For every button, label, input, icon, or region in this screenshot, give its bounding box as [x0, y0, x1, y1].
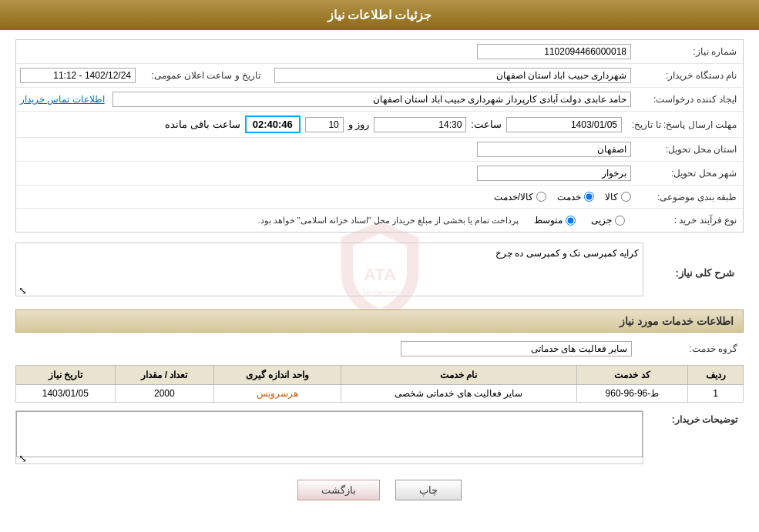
buyer-org-value-cell: تاریخ و ساعت اعلان عمومی:: [16, 66, 635, 85]
deadline-date-input[interactable]: [506, 117, 622, 132]
countdown-label: ساعت باقی مانده: [165, 119, 240, 130]
deadline-row: مهلت ارسال پاسخ: تا تاریخ: ساعت: روز و 0…: [16, 112, 743, 138]
services-section-title: اطلاعات خدمات مورد نیاز: [15, 309, 744, 333]
deadline-time-label: ساعت:: [471, 119, 502, 130]
category-kala-radio[interactable]: [621, 192, 631, 202]
requester-row: ایجاد کننده درخواست: اطلاعات تماس خریدار: [16, 88, 743, 112]
print-button[interactable]: چاپ: [395, 480, 462, 500]
service-group-input[interactable]: [401, 341, 632, 356]
main-content: شماره نیاز: نام دستگاه خریدار: تاریخ و س…: [15, 39, 744, 507]
col-service-code: کد خدمت: [576, 366, 688, 385]
content-area: ATA Tender.net شماره نیاز: نام دستگاه خر…: [0, 30, 759, 516]
resize-icon[interactable]: ⤡: [18, 285, 27, 294]
need-summary-value-cell: کرایه کمپرسی تک و کمپرسی ده چرخ ⤡: [15, 243, 643, 303]
service-group-value-cell: [15, 340, 636, 358]
delivery-province-input[interactable]: [477, 142, 631, 157]
deadline-day-label: روز و: [348, 119, 370, 130]
purchase-motavasset[interactable]: متوسط: [534, 215, 576, 226]
need-summary-container: کرایه کمپرسی تک و کمپرسی ده چرخ ⤡: [15, 243, 643, 296]
deadline-value-cell: ساعت: روز و 02:40:46 ساعت باقی مانده: [16, 114, 626, 135]
need-number-label: شماره نیاز:: [635, 45, 743, 59]
col-service-name: نام خدمت: [341, 366, 576, 385]
delivery-province-row: استان محل تحویل:: [16, 138, 743, 162]
cell-rownum: 1: [688, 385, 744, 403]
col-rownum: ردیف: [688, 366, 744, 385]
buyer-org-row: نام دستگاه خریدار: تاریخ و ساعت اعلان عم…: [16, 64, 743, 88]
purchase-type-options: جزیی متوسط پرداخت تمام یا بخشی از مبلغ خ…: [20, 212, 631, 228]
col-unit: واحد اندازه گیری: [214, 366, 341, 385]
deadline-label: مهلت ارسال پاسخ: تا تاریخ:: [626, 118, 743, 132]
requester-value-cell: اطلاعات تماس خریدار: [16, 90, 635, 109]
delivery-city-value-cell: [16, 164, 635, 182]
purchase-note: پرداخت تمام یا بخشی از مبلغ خریداز محل "…: [257, 216, 519, 226]
category-kala-khedmat-label: کالا/خدمت: [494, 192, 533, 202]
countdown-value: 02:40:46: [245, 115, 301, 133]
buyer-description-label: توضیحات خریدار:: [643, 410, 744, 429]
col-date-needed: تاریخ نیاز: [16, 366, 116, 385]
purchase-motavasset-label: متوسط: [534, 215, 563, 226]
buyer-org-input[interactable]: [274, 68, 631, 83]
cell-date-needed: 1403/01/05: [16, 385, 116, 403]
services-table-body: 1 ط-96-96-960 سایر فعالیت های خدماتی شخص…: [16, 385, 744, 403]
category-label: طبقه بندی موضوعی:: [635, 190, 743, 204]
buyer-desc-resize-icon[interactable]: ⤡: [18, 453, 27, 462]
category-khedmat[interactable]: خدمت: [557, 192, 594, 202]
delivery-province-value-cell: [16, 140, 635, 159]
services-table: ردیف کد خدمت نام خدمت واحد اندازه گیری ت…: [15, 365, 744, 403]
table-row: 1 ط-96-96-960 سایر فعالیت های خدماتی شخص…: [16, 385, 744, 403]
purchase-jozii[interactable]: جزیی: [591, 215, 625, 226]
cell-quantity: 2000: [115, 385, 213, 403]
purchase-type-label: نوع فرآیند خرید :: [635, 213, 743, 227]
category-kala[interactable]: کالا: [605, 192, 631, 202]
back-button[interactable]: بازگشت: [297, 480, 380, 500]
buyer-org-label: نام دستگاه خریدار:: [635, 69, 743, 82]
need-number-row: شماره نیاز:: [16, 40, 743, 64]
category-kala-label: کالا: [605, 192, 618, 202]
cell-service-code: ط-96-96-960: [576, 385, 688, 403]
deadline-day-input[interactable]: [305, 117, 344, 132]
footer-buttons: چاپ بازگشت: [15, 470, 744, 507]
services-table-header-row: ردیف کد خدمت نام خدمت واحد اندازه گیری ت…: [16, 366, 744, 385]
requester-input[interactable]: [113, 92, 631, 107]
need-summary-label: شرح کلی نیاز:: [643, 263, 744, 283]
announcement-date-input[interactable]: [20, 68, 136, 83]
col-quantity: تعداد / مقدار: [115, 366, 213, 385]
page-header: جزئیات اطلاعات نیاز: [0, 0, 759, 30]
info-section: شماره نیاز: نام دستگاه خریدار: تاریخ و س…: [15, 39, 744, 233]
page-title: جزئیات اطلاعات نیاز: [327, 8, 432, 22]
buyer-description-content: ⤡: [15, 410, 643, 464]
deadline-time-input[interactable]: [374, 117, 466, 132]
purchase-jozii-label: جزیی: [591, 215, 612, 226]
cell-service-name: سایر فعالیت های خدماتی شخصی: [341, 385, 576, 403]
cell-unit: هرسرویس: [214, 385, 341, 403]
page-wrapper: جزئیات اطلاعات نیاز ATA Tender.net شماره…: [0, 0, 759, 532]
purchase-type-row: نوع فرآیند خرید : جزیی متوسط پرداخت: [16, 209, 743, 232]
purchase-motavasset-radio[interactable]: [566, 216, 576, 226]
purchase-type-value-cell: جزیی متوسط پرداخت تمام یا بخشی از مبلغ خ…: [16, 211, 635, 229]
delivery-city-input[interactable]: [477, 166, 631, 181]
need-number-value-cell: [16, 42, 635, 61]
requester-label: ایجاد کننده درخواست:: [635, 92, 743, 106]
contact-link[interactable]: اطلاعات تماس خریدار: [20, 94, 105, 105]
need-summary-row: شرح کلی نیاز: کرایه کمپرسی تک و کمپرسی د…: [15, 240, 744, 305]
category-row: طبقه بندی موضوعی: کالا خدمت: [16, 186, 743, 209]
announcement-date-label: تاریخ و ساعت اعلان عمومی:: [143, 69, 267, 82]
purchase-jozii-radio[interactable]: [615, 216, 625, 226]
need-summary-text: کرایه کمپرسی تک و کمپرسی ده چرخ: [495, 248, 639, 259]
need-number-input[interactable]: [477, 44, 631, 59]
category-khedmat-radio[interactable]: [584, 192, 594, 202]
category-value-cell: کالا خدمت کالا/خدمت: [16, 190, 635, 204]
category-khedmat-label: خدمت: [557, 192, 581, 202]
delivery-city-row: شهر محل تحویل:: [16, 162, 743, 186]
buyer-description-textarea[interactable]: [16, 411, 643, 457]
category-kala-khedmat-radio[interactable]: [536, 192, 546, 202]
service-group-row: گروه خدمت:: [15, 337, 744, 360]
service-group-label: گروه خدمت:: [636, 342, 744, 356]
category-radio-group: کالا خدمت کالا/خدمت: [20, 192, 631, 202]
category-kala-khedmat[interactable]: کالا/خدمت: [494, 192, 546, 202]
delivery-city-label: شهر محل تحویل:: [635, 166, 743, 180]
delivery-province-label: استان محل تحویل:: [635, 142, 743, 156]
services-table-head: ردیف کد خدمت نام خدمت واحد اندازه گیری ت…: [16, 366, 744, 385]
buyer-description-row: توضیحات خریدار: ⤡: [15, 410, 744, 464]
